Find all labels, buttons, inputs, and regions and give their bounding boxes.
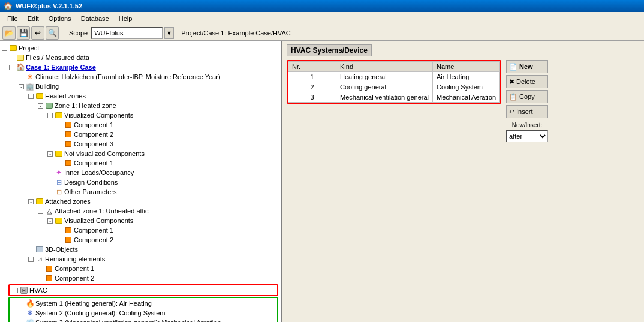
tree-item-attached-zone1[interactable]: - △ Attached zone 1: Unheated attic — [0, 206, 281, 216]
menu-database[interactable]: Database — [76, 14, 114, 23]
expand-zone1[interactable]: - — [38, 103, 43, 109]
menu-file[interactable]: File — [2, 14, 23, 23]
expand-building[interactable]: - — [19, 84, 24, 89]
expand-attached-zones[interactable]: - — [28, 199, 34, 204]
tree-item-vis-comp2[interactable]: - Visualized Components — [0, 216, 281, 225]
col-header-nr: Nr. — [288, 62, 336, 72]
att-comp1-icon — [64, 226, 73, 234]
insert-button[interactable]: ↩ Insert — [506, 105, 548, 118]
delete-button[interactable]: ✖ Delete — [506, 75, 548, 88]
attached-zones-icon — [35, 197, 44, 206]
hvac-table-container: Nr. Kind Name 1 Heating general Air Heat… — [287, 60, 501, 104]
tree-label-project: Project — [19, 44, 39, 52]
menu-options[interactable]: Options — [44, 14, 76, 23]
row3-name: Mechanical Aeration — [432, 92, 499, 103]
tree-item-zone1[interactable]: - Zone 1: Heated zone — [0, 101, 281, 110]
tree-item-comp3[interactable]: Component 3 — [0, 139, 281, 149]
tree-item-nv-comp1[interactable]: Component 1 — [0, 158, 281, 168]
main-layout: - Project Files / Measured data - 🏠 Case… — [0, 41, 644, 322]
tree-item-other-params[interactable]: ⊟ Other Parameters — [0, 187, 281, 197]
tree-item-project[interactable]: - Project — [0, 43, 281, 53]
new-button[interactable]: 📂 — [2, 26, 16, 40]
tree-item-3d[interactable]: 3D-Objects — [0, 245, 281, 254]
insert-icon: ↩ — [509, 108, 514, 116]
files-icon — [16, 53, 25, 62]
app-icon: 🏠 — [4, 2, 13, 10]
tree-item-sys2[interactable]: ❄ System 2 (Cooling general): Cooling Sy… — [10, 308, 277, 318]
tree-item-climate[interactable]: ☀ Climate: Holzkichen (Fraunhofer-IBP, M… — [0, 72, 281, 82]
tree-item-inner-loads[interactable]: ✦ Inner Loads/Occupancy — [0, 168, 281, 177]
copy-button[interactable]: 📋 Copy — [506, 90, 548, 103]
toolbar: 📂 💾 ↩ 🔍 Scope ▼ Project/Case 1: Example … — [0, 25, 644, 41]
menu-help[interactable]: Help — [114, 14, 137, 23]
tree-item-attached-zones[interactable]: - Attached zones — [0, 197, 281, 206]
tree-item-att-comp1[interactable]: Component 1 — [0, 225, 281, 235]
tree-label-other-params: Other Parameters — [64, 188, 116, 195]
tree-item-rem-comp2[interactable]: Component 2 — [0, 273, 281, 283]
toolbar-separator — [62, 28, 62, 38]
tree-label-att-comp1: Component 1 — [74, 227, 113, 234]
climate-icon: ☀ — [26, 73, 34, 81]
scope-input[interactable] — [91, 27, 163, 39]
tree-item-design-cond[interactable]: ⊞ Design Conditions — [0, 177, 281, 187]
tree-label-vis-comp2: Visualized Components — [64, 217, 133, 224]
vis-comp-icon — [55, 111, 63, 119]
tree-item-files[interactable]: Files / Measured data — [0, 53, 281, 62]
tree-item-vis-comp[interactable]: - Visualized Components — [0, 110, 281, 120]
tree-item-hvac[interactable]: - H HVAC — [10, 285, 277, 295]
table-row[interactable]: 3 Mechanical ventilation general Mechani… — [288, 92, 500, 103]
scope-label: Scope — [69, 29, 88, 37]
tree-label-rem-comp2: Component 2 — [55, 275, 94, 282]
tree-label-attached-zone1: Attached zone 1: Unheated attic — [55, 207, 149, 215]
tree-item-rem-comp1[interactable]: Component 1 — [0, 264, 281, 273]
tree-item-comp1[interactable]: Component 1 — [0, 120, 281, 130]
tree-item-remaining[interactable]: - ⊿ Remaining elements — [0, 254, 281, 264]
tree-item-sys3[interactable]: 💨 System 3 (Mechanical ventilation gener… — [10, 318, 277, 322]
tree-item-att-comp2[interactable]: Component 2 — [0, 235, 281, 245]
tree-item-sys1[interactable]: 🔥 System 1 (Heating general): Air Heatin… — [10, 299, 277, 308]
expand-vis-comp[interactable]: - — [47, 113, 53, 118]
table-row[interactable]: 2 Cooling general Cooling System — [288, 82, 500, 92]
menu-edit[interactable]: Edit — [23, 14, 44, 23]
tree-label-nv-comp1: Component 1 — [74, 160, 113, 167]
expand-attached-zone1[interactable]: - — [38, 209, 43, 214]
sys2-icon: ❄ — [26, 309, 34, 317]
save-button[interactable]: 💾 — [17, 26, 30, 40]
tree-label-design-cond: Design Conditions — [64, 179, 118, 186]
expand-project[interactable]: - — [2, 46, 7, 51]
tree-label-files: Files / Measured data — [26, 54, 89, 61]
undo-button[interactable]: ↩ — [31, 26, 44, 40]
new-insert-select[interactable]: after before — [506, 130, 548, 142]
search-button[interactable]: 🔍 — [46, 26, 59, 40]
app-title: WUFI®plus V.2.1.1.52 — [16, 2, 82, 10]
expand-vis-comp2[interactable]: - — [47, 218, 53, 224]
tree-item-building[interactable]: - 🏢 Building — [0, 82, 281, 91]
tree-item-not-vis[interactable]: - Not visualized Components — [0, 149, 281, 158]
expand-hvac[interactable]: - — [13, 288, 18, 293]
project-icon — [9, 44, 17, 52]
heated-zones-icon — [35, 92, 44, 100]
row1-kind: Heating general — [336, 72, 433, 82]
expand-heated-zones[interactable]: - — [28, 94, 34, 99]
expand-remaining[interactable]: - — [28, 257, 34, 262]
row2-nr: 2 — [288, 82, 336, 92]
tree-label-inner-loads: Inner Loads/Occupancy — [64, 169, 134, 176]
new-button[interactable]: 📄 New — [506, 60, 548, 73]
row2-name: Cooling System — [432, 82, 499, 92]
att-comp2-icon — [64, 236, 73, 244]
tree-item-heated-zones[interactable]: - Heated zones — [0, 91, 281, 101]
tree-label-att-comp2: Component 2 — [74, 236, 113, 243]
expand-case1[interactable]: - — [9, 65, 14, 70]
scope-dropdown[interactable]: ▼ — [164, 27, 174, 39]
attached-zone1-icon: △ — [45, 207, 53, 215]
tree-label-comp2: Component 2 — [74, 131, 113, 138]
expand-not-vis[interactable]: - — [47, 151, 53, 157]
new-icon: 📄 — [509, 63, 517, 71]
tree-item-case1[interactable]: - 🏠 Case 1: Example Case — [0, 62, 281, 72]
tree-item-comp2[interactable]: Component 2 — [0, 130, 281, 139]
zone1-icon — [45, 101, 53, 110]
path-label: Project/Case 1: Example Case/HVAC — [181, 29, 291, 37]
3d-icon — [35, 245, 44, 254]
new-label: New — [519, 63, 533, 70]
table-row[interactable]: 1 Heating general Air Heating — [288, 72, 500, 82]
